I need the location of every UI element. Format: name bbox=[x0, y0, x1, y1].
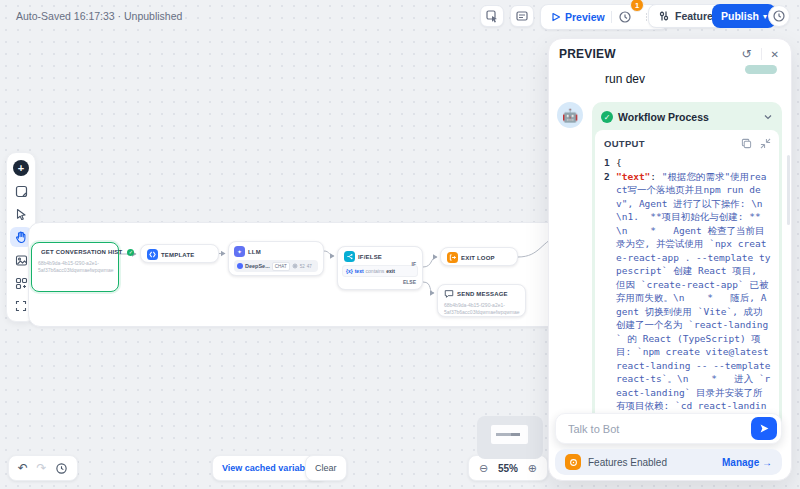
collapse-icon[interactable] bbox=[760, 138, 771, 149]
env-variables-button[interactable] bbox=[510, 5, 534, 27]
note-icon bbox=[15, 185, 28, 198]
add-node-button[interactable]: + bbox=[10, 158, 32, 178]
json-value: "根据您的需求"使用react写一个落地页并且npm run dev", Age… bbox=[616, 171, 776, 425]
node-llm[interactable]: ✦ LLM DeepSe... CHAT 52 47 bbox=[228, 241, 324, 276]
copy-icon[interactable] bbox=[741, 138, 752, 149]
chevron-down-icon bbox=[763, 112, 773, 122]
pointer-mode-button[interactable] bbox=[10, 204, 32, 224]
restart-conversation-icon[interactable]: ↺ bbox=[742, 47, 752, 61]
chat-input[interactable] bbox=[566, 422, 751, 436]
publish-button[interactable]: Publish ▾ bbox=[712, 4, 776, 28]
line-number: 1 bbox=[604, 156, 616, 170]
json-key: "text" bbox=[616, 171, 650, 182]
panel-title: PREVIEW bbox=[559, 47, 742, 61]
panel-scrollbar[interactable] bbox=[787, 155, 790, 225]
version-history-button[interactable] bbox=[768, 5, 790, 27]
variable-inserter-icon bbox=[485, 9, 499, 23]
condition-row[interactable]: {x} text contains exit bbox=[342, 265, 418, 277]
node-subtext: 5af37b6acc03fdqwmaefwpqwmae bbox=[444, 309, 519, 316]
close-icon[interactable]: ✕ bbox=[771, 49, 779, 60]
variable-icon: {x} bbox=[346, 268, 353, 274]
node-send-message[interactable]: SEND MESSAGE 68b4b9da-4b15-f290-a2e1- 5a… bbox=[437, 284, 526, 317]
exit-loop-icon bbox=[447, 252, 458, 263]
condition-operator: contains bbox=[366, 268, 385, 274]
workflow-process-toggle[interactable]: ✓ Workflow Process bbox=[595, 105, 779, 129]
model-meta: 52 bbox=[300, 264, 305, 269]
features-enabled-label: Features Enabled bbox=[588, 457, 715, 468]
chat-input-bar bbox=[555, 413, 782, 444]
zoom-level[interactable]: 55% bbox=[498, 463, 518, 474]
node-exit-loop[interactable]: EXIT LOOP bbox=[440, 247, 518, 266]
preview-label: Preview bbox=[565, 11, 605, 23]
chat-bubble-icon bbox=[444, 289, 454, 299]
node-title: TEMPLATE bbox=[161, 252, 195, 258]
zoom-out-button[interactable]: ⊖ bbox=[479, 462, 488, 475]
node-title: SEND MESSAGE bbox=[457, 291, 508, 297]
clear-button[interactable]: Clear bbox=[305, 455, 347, 481]
run-history-icon bbox=[618, 10, 632, 24]
condition-value: exit bbox=[386, 268, 395, 274]
bot-avatar: 🤖 bbox=[557, 102, 583, 128]
history-clock-icon bbox=[772, 9, 786, 23]
llm-icon: ✦ bbox=[234, 246, 245, 257]
divider bbox=[761, 48, 762, 60]
maximize-icon bbox=[15, 300, 27, 312]
plus-icon: + bbox=[13, 160, 29, 176]
send-button[interactable] bbox=[751, 417, 777, 440]
env-variables-icon bbox=[515, 9, 529, 23]
line-number: 2 bbox=[604, 170, 616, 427]
hand-icon bbox=[15, 231, 27, 243]
preview-button[interactable]: Preview bbox=[545, 5, 611, 29]
else-port-label: ELSE bbox=[403, 279, 416, 285]
bot-message-row: 🤖 ✓ Workflow Process OUTPUT bbox=[557, 102, 782, 443]
node-template[interactable]: TEMPLATE bbox=[140, 244, 219, 263]
node-get-conversation-hist[interactable]: GET CONVERSATION HIST ✓ 68b4b9da-4b15-f2… bbox=[31, 242, 119, 292]
preview-panel: PREVIEW ↺ ✕ run dev 🤖 ✓ Workflow Process bbox=[548, 38, 792, 481]
features-footer: Features Enabled Manage → bbox=[555, 449, 782, 475]
vision-icon bbox=[292, 263, 298, 269]
node-title: LLM bbox=[248, 249, 261, 255]
node-title: EXIT LOOP bbox=[461, 255, 495, 261]
redo-button[interactable]: ↷ bbox=[37, 462, 47, 474]
condition-variable: text bbox=[355, 268, 364, 274]
output-label: OUTPUT bbox=[604, 138, 741, 149]
hint-line bbox=[511, 433, 520, 436]
model-name: DeepSe... bbox=[245, 263, 270, 269]
variable-inserter-button[interactable] bbox=[480, 5, 504, 27]
model-meta: 47 bbox=[307, 264, 312, 269]
chevron-down-icon: ▾ bbox=[763, 12, 767, 21]
undo-button[interactable]: ↶ bbox=[18, 462, 28, 474]
node-subtext: 5af37b6acc03fdqwmaefwpqwmae bbox=[38, 267, 112, 274]
user-message: run dev bbox=[605, 72, 782, 86]
if-port-label: IF bbox=[412, 261, 416, 267]
image-icon bbox=[15, 254, 28, 267]
output-card: OUTPUT 1 { 2 bbox=[595, 130, 779, 440]
autosave-status: Auto-Saved 16:17:33 · Unpublished bbox=[16, 10, 182, 22]
hint-preview bbox=[491, 425, 528, 444]
model-mode-chip: CHAT bbox=[272, 262, 290, 271]
features-enabled-icon bbox=[565, 454, 581, 470]
bot-answer-bubble: ✓ Workflow Process OUTPUT bbox=[592, 102, 782, 443]
organize-icon bbox=[15, 277, 28, 290]
send-icon bbox=[759, 423, 770, 434]
zoom-in-button[interactable]: ⊕ bbox=[528, 462, 537, 475]
features-icon bbox=[658, 10, 670, 22]
workflow-editor: Auto-Saved 16:17:33 · Unpublished Previe… bbox=[0, 0, 800, 489]
model-selector[interactable]: DeepSe... CHAT 52 47 bbox=[234, 260, 318, 272]
pointer-icon bbox=[15, 208, 27, 220]
success-check-icon: ✓ bbox=[601, 111, 613, 123]
preview-panel-header: PREVIEW ↺ ✕ bbox=[549, 39, 791, 65]
node-title: GET CONVERSATION HIST bbox=[41, 249, 122, 255]
code-line: "text": "根据您的需求"使用react写一个落地页并且npm run d… bbox=[616, 170, 771, 427]
template-icon bbox=[147, 249, 158, 260]
add-note-button[interactable] bbox=[10, 181, 32, 201]
node-title: IF/ELSE bbox=[358, 254, 382, 260]
json-separator: : bbox=[650, 171, 661, 182]
scroll-indicator bbox=[745, 65, 777, 74]
success-check-icon: ✓ bbox=[127, 249, 134, 256]
change-history-button[interactable] bbox=[55, 462, 68, 475]
node-if-else[interactable]: IF/ELSE IF {x} text contains exit ELSE bbox=[337, 246, 423, 290]
play-icon bbox=[551, 12, 561, 22]
if-else-icon bbox=[344, 251, 355, 262]
manage-link[interactable]: Manage → bbox=[722, 457, 772, 468]
